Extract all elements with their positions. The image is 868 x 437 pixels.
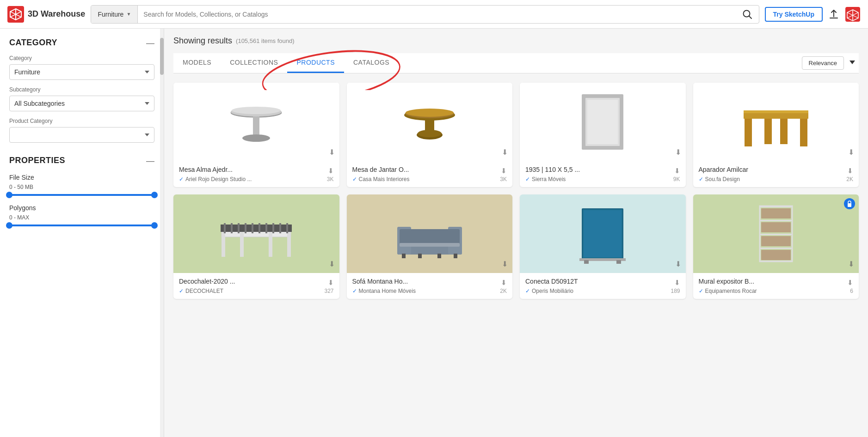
product-card-body: Conecta D50912T ⬇ ✓ Operis Mobiliário 18… — [520, 273, 686, 299]
author-name: Casa Mais Interiores — [359, 176, 410, 182]
product-card[interactable]: ⬇ Sofá Montana Ho... ⬇ ✓ Montana Home Mó… — [347, 194, 513, 299]
category-select[interactable]: Furniture — [9, 64, 154, 80]
download-icon[interactable]: ⬇ — [675, 148, 681, 157]
svg-rect-65 — [760, 206, 792, 207]
polygons-thumb-right[interactable] — [151, 222, 158, 229]
product-image: ⬇ — [173, 194, 339, 273]
author-name: Sierra Móveis — [532, 176, 566, 182]
subcategory-filter-label: Subcategory — [9, 86, 154, 93]
product-name: Mesa Alma Ajedr... — [179, 166, 233, 173]
lock-badge-container — [844, 198, 855, 209]
download-icon[interactable]: ⬇ — [329, 260, 335, 268]
product-thumbnail — [395, 87, 464, 157]
product-category-select[interactable] — [9, 127, 154, 143]
product-card[interactable]: ⬇ Mural expositor B... ⬇ ✓ Equipamentos … — [693, 194, 859, 299]
download-icon[interactable]: ⬇ — [848, 260, 854, 268]
card-download-button[interactable]: ⬇ — [847, 167, 853, 175]
product-name: Mural expositor B... — [699, 278, 755, 285]
app-header: 3D Warehouse Furniture ▼ Try SketchUp — [0, 0, 868, 29]
lock-badge — [844, 198, 855, 209]
card-download-button[interactable]: ⬇ — [674, 279, 680, 287]
svg-rect-14 — [253, 113, 259, 138]
category-collapse-button[interactable]: — — [146, 39, 154, 47]
product-count: 2K — [846, 176, 853, 182]
verified-icon: ✓ — [525, 288, 530, 294]
file-size-thumb-left[interactable] — [6, 192, 12, 198]
product-card-body: Decochalet-2020 ... ⬇ ✓ DECOCHALET 327 — [173, 273, 339, 299]
product-count: 9K — [673, 176, 680, 182]
svg-point-23 — [418, 130, 442, 137]
polygons-slider[interactable] — [9, 225, 154, 226]
search-category-button[interactable]: Furniture ▼ — [91, 6, 138, 23]
sidebar-scrollbar-thumb[interactable] — [160, 38, 164, 75]
product-card[interactable]: ⬇ Mesa Alma Ajedr... ⬇ ✓ Ariel Rojo Desi… — [173, 83, 339, 187]
sidebar-scrollbar[interactable] — [160, 29, 164, 437]
svg-rect-60 — [584, 210, 622, 257]
product-author: ✓ Equipamentos Rocar — [699, 288, 757, 294]
search-button[interactable] — [736, 6, 759, 23]
lock-icon — [847, 200, 852, 207]
product-count: 6 — [850, 288, 853, 294]
search-category-label: Furniture — [98, 11, 123, 18]
file-size-thumb-right[interactable] — [151, 192, 158, 198]
download-icon[interactable]: ⬇ — [848, 148, 854, 157]
polygons-label: Polygons — [9, 204, 154, 212]
tab-products[interactable]: PRODUCTS — [287, 53, 344, 73]
products-grid: ⬇ Mesa Alma Ajedr... ⬇ ✓ Ariel Rojo Desi… — [173, 83, 859, 299]
tab-catalogs[interactable]: CATALOGS — [344, 53, 399, 73]
product-card-body: Mesa de Jantar O... ⬇ ✓ Casa Mais Interi… — [347, 161, 513, 187]
tabs-container: MODELS COLLECTIONS PRODUCTS CATALOGS Rel… — [173, 53, 859, 73]
author-name: Equipamentos Rocar — [705, 288, 757, 294]
file-size-slider[interactable] — [9, 194, 154, 196]
svg-rect-55 — [454, 254, 457, 258]
results-header: Showing results (105,561 items found) — [173, 36, 859, 46]
download-icon[interactable]: ⬇ — [329, 148, 335, 157]
relevance-button[interactable]: Relevance — [802, 56, 844, 70]
svg-rect-30 — [800, 119, 807, 146]
download-icon[interactable]: ⬇ — [502, 148, 508, 157]
try-sketchup-button[interactable]: Try SketchUp — [765, 7, 823, 22]
svg-rect-28 — [744, 110, 808, 113]
product-card[interactable]: ⬇ Decochalet-2020 ... ⬇ ✓ DECOCHALET 327 — [173, 194, 339, 299]
verified-icon: ✓ — [352, 288, 357, 294]
product-name: Sofá Montana Ho... — [352, 278, 408, 285]
product-author: ✓ Ariel Rojo Design Studio ... — [179, 176, 252, 182]
product-meta: ✓ Sou.fa Design 2K — [699, 176, 854, 182]
sort-direction-button[interactable] — [848, 57, 857, 69]
upload-button[interactable] — [828, 9, 839, 20]
tab-collections[interactable]: COLLECTIONS — [221, 53, 287, 73]
tab-models[interactable]: MODELS — [173, 53, 221, 73]
card-download-button[interactable]: ⬇ — [501, 279, 507, 287]
product-meta: ✓ Sierra Móveis 9K — [525, 176, 680, 182]
product-author: ✓ Sierra Móveis — [525, 176, 566, 182]
search-input[interactable] — [138, 6, 735, 23]
verified-icon: ✓ — [352, 176, 357, 182]
download-icon[interactable]: ⬇ — [502, 260, 508, 268]
product-card[interactable]: ⬇ Mesa de Jantar O... ⬇ ✓ Casa Mais Inte… — [347, 83, 513, 187]
product-meta: ✓ Operis Mobiliário 189 — [525, 288, 680, 294]
product-name: Conecta D50912T — [525, 278, 578, 285]
svg-rect-45 — [265, 223, 267, 233]
svg-rect-36 — [240, 229, 244, 257]
verified-icon: ✓ — [699, 288, 703, 294]
properties-collapse-button[interactable]: — — [146, 157, 154, 165]
product-card-body: Sofá Montana Ho... ⬇ ✓ Montana Home Móve… — [347, 273, 513, 299]
card-download-button[interactable]: ⬇ — [328, 167, 334, 175]
product-card[interactable]: ⬇ Aparador Amilcar ⬇ ✓ Sou.fa Design 2K — [693, 83, 859, 187]
card-download-button[interactable]: ⬇ — [674, 167, 680, 175]
svg-rect-44 — [259, 223, 260, 233]
product-card[interactable]: ⬇ 1935 | 110 X 5,5 ... ⬇ ✓ Sierra Móveis… — [520, 83, 686, 187]
svg-rect-53 — [400, 243, 460, 247]
card-download-button[interactable]: ⬇ — [847, 279, 853, 287]
polygons-value: 0 - MAX — [9, 214, 154, 221]
user-icon-button[interactable] — [845, 6, 861, 22]
product-card[interactable]: ⬇ Conecta D50912T ⬇ ✓ Operis Mobiliário … — [520, 194, 686, 299]
subcategory-select[interactable]: All Subcategories — [9, 96, 154, 111]
svg-rect-56 — [418, 254, 422, 258]
card-download-button[interactable]: ⬇ — [501, 167, 507, 175]
download-icon[interactable]: ⬇ — [675, 260, 681, 268]
card-download-button[interactable]: ⬇ — [328, 279, 334, 287]
product-thumbnail — [222, 87, 291, 157]
polygons-thumb-left[interactable] — [6, 222, 12, 229]
product-thumbnail — [217, 199, 295, 268]
